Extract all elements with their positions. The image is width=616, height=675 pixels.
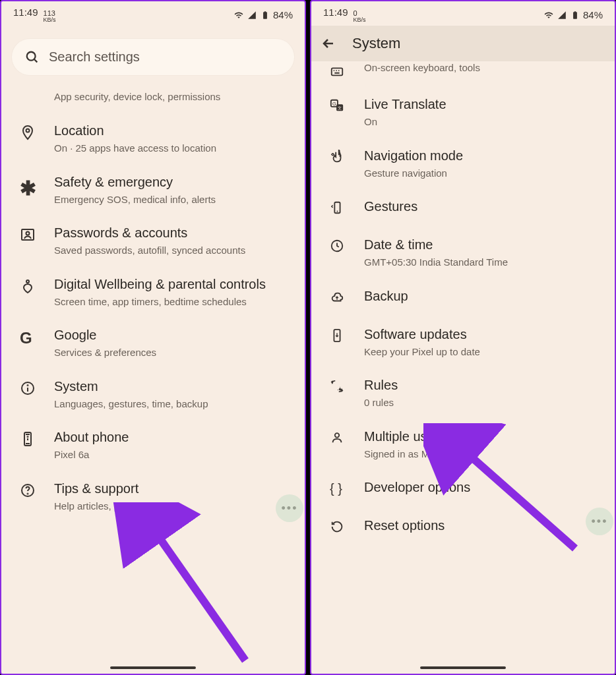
svg-point-2 (26, 129, 30, 132)
status-icons: 84% (543, 9, 603, 20)
item-developer-options[interactable]: { } Developer options (311, 469, 615, 508)
item-safety[interactable]: ✱ Safety & emergency Emergency SOS, medi… (1, 164, 305, 216)
translate-icon: G文 (323, 96, 364, 113)
signal-icon (557, 11, 567, 20)
battery-icon (570, 11, 580, 20)
item-date-time[interactable]: Date & time GMT+05:30 India Standard Tim… (311, 227, 615, 278)
item-wellbeing[interactable]: Digital Wellbeing & parental controls Sc… (1, 266, 305, 318)
svg-point-8 (28, 385, 28, 386)
item-system[interactable]: System Languages, gestures, time, backup (1, 368, 305, 420)
search-icon (25, 50, 40, 65)
item-google[interactable]: G Google Services & preferences (1, 317, 305, 368)
svg-point-15 (28, 493, 28, 494)
item-rules[interactable]: Rules 0 rules (311, 367, 615, 419)
item-gestures[interactable]: Gestures (311, 189, 615, 227)
keyboard-icon (323, 61, 364, 78)
svg-rect-17 (332, 68, 343, 75)
svg-point-0 (27, 51, 36, 60)
rules-icon (323, 376, 364, 394)
status-bar: 11:49 113 KB/s 84% (1, 1, 305, 26)
wellbeing-icon (13, 276, 54, 294)
person-icon (323, 428, 364, 445)
asterisk-icon: ✱ (13, 173, 54, 194)
gesture-icon (323, 147, 364, 164)
wifi-icon (233, 11, 244, 20)
phone-right: 11:49 0 KB/s 84% System On-screen keyboa… (310, 0, 616, 675)
svg-point-4 (26, 232, 30, 235)
clock-icon (323, 236, 364, 253)
help-icon (13, 480, 54, 498)
item-software-updates[interactable]: Software updates Keep your Pixel up to d… (311, 316, 615, 368)
svg-point-31 (335, 433, 339, 437)
search-placeholder: Search settings (49, 49, 140, 65)
status-net: 0 KB/s (354, 10, 366, 23)
page-title: System (352, 35, 400, 52)
svg-point-13 (28, 436, 28, 437)
back-icon[interactable] (321, 36, 336, 51)
status-time: 11:49 (13, 7, 38, 18)
signal-icon (247, 11, 257, 20)
nav-handle[interactable] (311, 662, 615, 674)
item-multiple-users[interactable]: Multiple users Signed in as Mehvish (311, 419, 615, 470)
svg-text:文: 文 (338, 105, 342, 110)
fab-button[interactable]: ••• (586, 508, 613, 535)
item-reset-options[interactable]: Reset options (311, 508, 615, 546)
svg-point-30 (339, 388, 342, 391)
google-icon: G (13, 326, 54, 347)
item-about[interactable]: About phone Pixel 6a (1, 419, 305, 471)
status-time: 11:49 (323, 7, 348, 18)
status-battery: 84% (583, 9, 603, 20)
wifi-icon (543, 11, 554, 20)
reset-icon (323, 517, 364, 534)
info-icon (13, 378, 54, 396)
item-tips[interactable]: Tips & support Help articles, phone & ch… (1, 471, 305, 522)
cloud-icon (323, 287, 364, 305)
status-net: 113 KB/s (44, 10, 56, 23)
item-live-translate[interactable]: G文 Live Translate On (311, 86, 615, 138)
system-list[interactable]: On-screen keyboard, tools G文 Live Transl… (311, 61, 615, 662)
status-battery: 84% (273, 9, 293, 20)
status-bar: 11:49 0 KB/s 84% (311, 1, 615, 26)
truncated-item-sub: App security, device lock, permissions (1, 88, 305, 113)
status-icons: 84% (233, 9, 293, 20)
item-passwords[interactable]: Passwords & accounts Saved passwords, au… (1, 215, 305, 266)
item-location[interactable]: Location On · 25 apps have access to loc… (1, 113, 305, 164)
battery-icon (260, 11, 270, 20)
braces-icon: { } (323, 479, 364, 496)
svg-point-5 (26, 280, 29, 283)
search-bar[interactable]: Search settings (12, 39, 294, 75)
settings-list[interactable]: App security, device lock, permissions L… (1, 88, 305, 662)
item-navigation-mode[interactable]: Navigation mode Gesture navigation (311, 138, 615, 189)
phone-gesture-icon (323, 198, 364, 215)
phone-icon (13, 428, 54, 447)
phone-left: 11:49 113 KB/s 84% Search settings App s… (0, 0, 306, 675)
svg-text:G: G (332, 101, 336, 107)
account-icon (13, 224, 54, 243)
update-icon (323, 326, 364, 343)
fab-button[interactable]: ••• (276, 494, 303, 522)
header-bar: System (311, 26, 615, 61)
location-icon (13, 122, 54, 140)
item-backup[interactable]: Backup (311, 278, 615, 316)
item-keyboard-partial[interactable]: On-screen keyboard, tools (311, 61, 615, 86)
svg-line-1 (34, 59, 38, 62)
nav-handle[interactable] (1, 662, 305, 674)
